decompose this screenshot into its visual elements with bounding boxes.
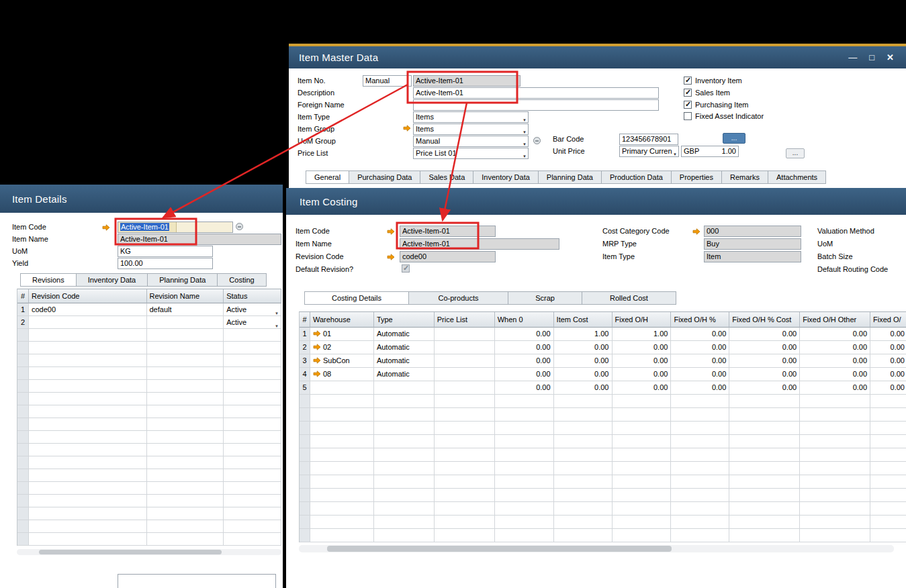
fixed-oh-pct-cell[interactable]: 0.00 [671,368,729,381]
row-selector[interactable]: 2 [300,341,310,354]
fixed-oh-extra-cell[interactable]: 0.00 [870,328,906,341]
revision-name-cell[interactable] [147,316,224,329]
type-cell[interactable]: Automatic [374,354,435,368]
warehouse-cell[interactable]: 01 [310,328,374,341]
fixed-oh-other-cell[interactable]: 0.00 [800,368,870,381]
fixed-oh-pct-cell[interactable]: 0.00 [671,354,729,368]
inventory-item-checkbox[interactable] [684,77,692,85]
tab-general[interactable]: General [306,170,349,184]
fixed-oh-cell[interactable]: 1.00 [613,328,672,341]
tab-scrap[interactable]: Scrap [508,291,582,305]
revision-name-cell[interactable]: default [147,303,224,316]
fixed-oh-other-cell[interactable]: 0.00 [800,354,870,368]
costing-titlebar[interactable]: Item Costing [286,188,906,215]
tab-co-products[interactable]: Co-products [409,291,508,305]
horizontal-scrollbar-thumb[interactable] [327,546,672,552]
item-cost-cell[interactable]: 0.00 [554,368,613,381]
type-cell[interactable] [374,381,435,395]
bar-code-field[interactable]: 123456678901 [619,134,678,145]
close-icon[interactable]: ✕ [887,53,894,62]
item-code-field[interactable]: Active-Item-01 [400,226,496,237]
minimize-icon[interactable]: — [848,53,857,62]
mrp-type-field[interactable]: Buy [704,238,801,250]
fixed-oh-extra-cell[interactable]: 0.00 [870,381,906,395]
fixed-oh-other-cell[interactable]: 0.00 [800,381,870,395]
item-group-combo[interactable]: Items▼ [413,124,529,135]
tab-production-data[interactable]: Production Data [602,170,672,184]
item-cost-cell[interactable]: 0.00 [554,341,613,354]
unit-price-field[interactable]: GBP 1.00 [681,146,739,157]
cost-category-code-field[interactable]: 000 [704,226,801,237]
when-0-cell[interactable]: 0.00 [495,381,554,395]
fixed-oh-extra-cell[interactable]: 0.00 [870,368,906,381]
value-help-icon[interactable] [236,223,243,230]
price-list-cell[interactable] [435,368,495,381]
tab-inventory-data[interactable]: Inventory Data [473,170,539,184]
fixed-oh-cell[interactable]: 0.00 [613,381,672,395]
price-list-cell[interactable] [435,381,495,395]
description-field[interactable]: Active-Item-01 [413,87,659,99]
fixed-oh-pct-cost-cell[interactable]: 0.00 [729,381,800,395]
row-selector[interactable]: 2 [17,316,29,329]
fixed-oh-other-cell[interactable]: 0.00 [800,328,870,341]
unit-price-currency-combo[interactable]: Primary Curren▼ [619,146,679,157]
warehouse-cell[interactable]: SubCon [310,354,374,368]
tab-properties[interactable]: Properties [672,170,722,184]
tab-planning-data[interactable]: Planning Data [148,273,218,287]
when-0-cell[interactable]: 0.00 [495,354,554,368]
fixed-oh-pct-cost-cell[interactable]: 0.00 [729,368,800,381]
revision-code-cell[interactable] [29,316,147,329]
price-list-combo[interactable]: Price List 01▼ [413,148,529,159]
link-arrow-icon[interactable] [387,228,395,235]
link-arrow-icon[interactable] [313,330,321,337]
tab-purchasing-data[interactable]: Purchasing Data [349,170,420,184]
row-selector[interactable]: 5 [300,381,310,395]
fixed-oh-pct-cost-cell[interactable]: 0.00 [729,341,800,354]
imd-titlebar[interactable]: Item Master Data — □ ✕ [289,46,906,68]
tab-remarks[interactable]: Remarks [722,170,768,184]
item-name-field[interactable]: Active-Item-01 [400,238,559,250]
details-horizontal-scrollbar[interactable] [17,549,281,555]
horizontal-scrollbar-thumb[interactable] [39,550,222,554]
tab-costing[interactable]: Costing [218,273,266,287]
item-type-field[interactable]: Item [704,251,801,262]
default-revision-checkbox[interactable] [402,264,410,273]
fixed-oh-pct-cell[interactable]: 0.00 [671,381,729,395]
status-cell[interactable]: Active▼ [224,316,281,329]
when-0-cell[interactable]: 0.00 [495,341,554,354]
when-0-cell[interactable]: 0.00 [495,368,554,381]
uom-group-combo[interactable]: Manual▼ [413,136,529,147]
warehouse-cell[interactable]: 08 [310,368,374,381]
tab-attachments[interactable]: Attachments [768,170,826,184]
fixed-oh-pct-cell[interactable]: 0.00 [671,341,729,354]
costing-horizontal-scrollbar[interactable] [299,545,894,552]
link-arrow-icon[interactable] [387,254,395,260]
when-0-cell[interactable]: 0.00 [495,328,554,341]
row-selector[interactable]: 3 [300,354,310,368]
tab-revisions[interactable]: Revisions [20,273,77,287]
link-arrow-icon[interactable] [692,228,700,235]
link-arrow-icon[interactable] [313,344,321,350]
purchasing-item-checkbox[interactable] [684,101,692,109]
row-selector[interactable]: 1 [300,328,310,341]
fixed-oh-cell[interactable]: 0.00 [613,354,672,368]
tab-rolled-cost[interactable]: Rolled Cost [582,291,676,305]
type-cell[interactable]: Automatic [374,341,435,354]
type-cell[interactable]: Automatic [374,368,435,381]
type-cell[interactable]: Automatic [374,328,435,341]
fixed-oh-pct-cell[interactable]: 0.00 [671,328,729,341]
link-arrow-icon[interactable] [313,357,321,364]
bottom-panel[interactable] [118,574,276,588]
item-name-field[interactable]: Active-Item-01 [118,234,281,245]
tab-planning-data[interactable]: Planning Data [539,170,602,184]
fixed-oh-cell[interactable]: 0.00 [613,368,672,381]
fixed-oh-pct-cost-cell[interactable]: 0.00 [729,328,800,341]
link-arrow-icon[interactable] [313,371,321,377]
item-no-field[interactable]: Active-Item-01 [413,75,520,87]
details-titlebar[interactable]: Item Details [0,185,283,213]
price-list-cell[interactable] [435,341,495,354]
uom-field[interactable]: KG [118,246,213,257]
fixed-oh-extra-cell[interactable]: 0.00 [870,341,906,354]
warehouse-cell[interactable] [310,381,374,395]
price-list-cell[interactable] [435,328,495,341]
